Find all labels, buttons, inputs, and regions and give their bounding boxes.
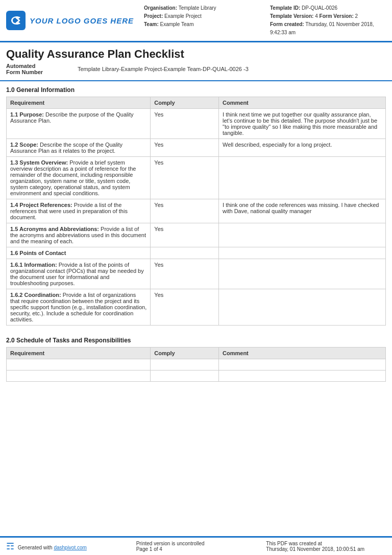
table-row: 1.6 Points of Contact — [7, 247, 386, 259]
table-header-row: Requirement Comply Comment — [7, 348, 386, 359]
table-row — [7, 359, 386, 371]
template-id-value: DP-QUAL-0026 — [302, 5, 337, 11]
section-1: 1.0 General Information Requirement Comp… — [0, 81, 392, 326]
header-meta-right: Template ID: DP-QUAL-0026 Template Versi… — [270, 4, 386, 37]
page-header: YOUR LOGO GOES HERE Organisation: Templa… — [0, 0, 392, 42]
title-section: Quality Assurance Plan Checklist Automat… — [0, 42, 392, 81]
cell-requirement: 1.6.2 Coordination: Provide a list of or… — [7, 289, 151, 326]
pdf-created-datetime: Thursday, 01 November 2018, 10:00:51 am — [266, 546, 386, 552]
table-row: 1.6.2 Coordination: Provide a list of or… — [7, 289, 386, 326]
project-row: Project: Example Project — [144, 12, 260, 20]
logo-area: YOUR LOGO GOES HERE — [6, 11, 144, 30]
cell-comply: Yes — [151, 289, 219, 326]
cell-requirement: 1.4 Project References: Provide a list o… — [7, 199, 151, 223]
footer-uncontrolled: Printed version is uncontrolled Page 1 o… — [136, 541, 256, 552]
form-number-label1: Automated — [6, 63, 67, 69]
footer-icon: ☶ — [6, 541, 14, 551]
logo-text: YOUR LOGO GOES HERE — [30, 16, 134, 25]
template-id-label: Template ID: — [270, 5, 300, 11]
pdf-created-text: This PDF was created at — [266, 541, 386, 546]
section-2: 2.0 Schedule of Tasks and Responsibiliti… — [0, 332, 392, 382]
col-header-comply: Comply — [151, 97, 219, 109]
cell-comment — [219, 359, 386, 371]
cell-requirement: 1.3 System Overview: Provide a brief sys… — [7, 157, 151, 199]
header-meta-left: Organisation: Template Library Project: … — [144, 4, 260, 37]
table-header-row: Requirement Comply Comment — [7, 97, 386, 109]
cell-comment — [219, 223, 386, 247]
cell-comply: Yes — [151, 139, 219, 157]
table-row: 1.6.1 Information: Provide a list of the… — [7, 259, 386, 289]
col-header-requirement: Requirement — [7, 348, 151, 359]
page-footer: ☶ Generated with dashpivot.com Printed v… — [0, 536, 392, 555]
table-row: 1.3 System Overview: Provide a brief sys… — [7, 157, 386, 199]
form-version-label: Form Version: — [320, 13, 354, 19]
form-number-labels: Automated Form Number — [6, 63, 67, 75]
form-number-value: Template Library-Example Project-Example… — [78, 63, 249, 75]
cell-requirement: 1.2 Scope: Describe the scope of the Qua… — [7, 139, 151, 157]
col-header-comment: Comment — [219, 348, 386, 359]
cell-comment — [219, 247, 386, 259]
section-2-table: Requirement Comply Comment — [6, 347, 386, 382]
cell-requirement: 1.6 Points of Contact — [7, 247, 151, 259]
template-id-row: Template ID: DP-QUAL-0026 — [270, 4, 386, 12]
project-label: Project: — [144, 13, 163, 19]
logo-icon — [6, 11, 26, 30]
svg-rect-0 — [6, 11, 26, 30]
form-version-value: 2 — [355, 13, 358, 19]
col-header-requirement: Requirement — [7, 97, 151, 109]
col-header-comment: Comment — [219, 97, 386, 109]
cell-requirement — [7, 359, 151, 371]
cell-comment — [219, 157, 386, 199]
cell-comply — [151, 359, 219, 371]
section-2-title: 2.0 Schedule of Tasks and Responsibiliti… — [6, 337, 386, 344]
form-created-label: Form created: — [270, 21, 304, 27]
cell-comment — [219, 259, 386, 289]
cell-comply: Yes — [151, 223, 219, 247]
cell-comply: Yes — [151, 259, 219, 289]
dashpivot-link[interactable]: dashpivot.com — [54, 545, 86, 550]
cell-comply — [151, 247, 219, 259]
table-row: 1.5 Acronyms and Abbreviations: Provide … — [7, 223, 386, 247]
project-value: Example Project — [164, 13, 202, 19]
team-row: Team: Example Team — [144, 20, 260, 29]
form-created-row: Form created: Thursday, 01 November 2018… — [270, 20, 386, 37]
template-version-value: 4 — [315, 13, 318, 19]
cell-requirement — [7, 371, 151, 382]
col-header-comply: Comply — [151, 348, 219, 359]
form-number-label2: Form Number — [6, 69, 67, 75]
table-row: 1.1 Purpose: Describe the purpose of the… — [7, 109, 386, 139]
table-row: 1.2 Scope: Describe the scope of the Qua… — [7, 139, 386, 157]
footer-pdf-created: This PDF was created at Thursday, 01 Nov… — [266, 541, 386, 552]
cell-comply: Yes — [151, 109, 219, 139]
organisation-value: Template Library — [179, 5, 216, 11]
footer-generated: ☶ Generated with dashpivot.com — [6, 541, 126, 552]
section-1-title: 1.0 General Information — [6, 86, 386, 94]
header-meta: Organisation: Template Library Project: … — [144, 4, 386, 37]
cell-requirement: 1.1 Purpose: Describe the purpose of the… — [7, 109, 151, 139]
cell-comment — [219, 371, 386, 382]
uncontrolled-text: Printed version is uncontrolled — [136, 541, 256, 546]
section-1-table: Requirement Comply Comment 1.1 Purpose: … — [6, 97, 386, 326]
organisation-row: Organisation: Template Library — [144, 4, 260, 12]
template-version-label: Template Version: — [270, 13, 313, 19]
generated-text: Generated with — [18, 545, 54, 550]
team-value: Example Team — [160, 21, 194, 27]
cell-requirement: 1.6.1 Information: Provide a list of the… — [7, 259, 151, 289]
cell-comment: I think next time we put together our qu… — [219, 109, 386, 139]
form-number-row: Automated Form Number Template Library-E… — [6, 63, 386, 78]
team-label: Team: — [144, 21, 159, 27]
cell-comply: Yes — [151, 199, 219, 223]
cell-comment — [219, 289, 386, 326]
page-text: Page 1 of 4 — [136, 546, 256, 552]
cell-requirement: 1.5 Acronyms and Abbreviations: Provide … — [7, 223, 151, 247]
version-row: Template Version: 4 Form Version: 2 — [270, 12, 386, 20]
cell-comply — [151, 371, 219, 382]
cell-comply: Yes — [151, 157, 219, 199]
cell-comment: I think one of the code references was m… — [219, 199, 386, 223]
table-row — [7, 371, 386, 382]
organisation-label: Organisation: — [144, 5, 177, 11]
cell-comment: Well described, especially for a long pr… — [219, 139, 386, 157]
page-title: Quality Assurance Plan Checklist — [6, 48, 386, 61]
table-row: 1.4 Project References: Provide a list o… — [7, 199, 386, 223]
